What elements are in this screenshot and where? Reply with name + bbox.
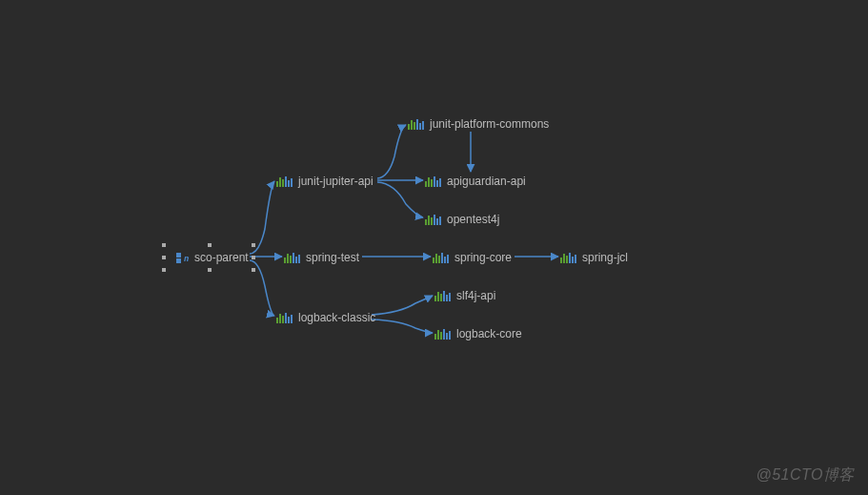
library-icon <box>284 252 300 263</box>
library-icon <box>434 328 451 340</box>
node-junit-jupiter-api[interactable]: junit-jupiter-api <box>276 175 373 188</box>
node-apiguardian-api[interactable]: apiguardian-api <box>425 175 526 188</box>
node-sco-parent[interactable]: m sco-parent <box>175 251 249 264</box>
svg-rect-0 <box>176 253 181 258</box>
node-label: logback-core <box>456 327 522 340</box>
library-icon <box>276 175 293 187</box>
node-logback-classic[interactable]: logback-classic <box>276 311 375 324</box>
node-spring-test[interactable]: spring-test <box>284 251 359 264</box>
node-logback-core[interactable]: logback-core <box>434 327 522 340</box>
library-icon <box>560 252 576 263</box>
library-icon <box>425 175 441 187</box>
library-icon <box>433 252 449 263</box>
svg-rect-1 <box>176 258 181 263</box>
library-icon <box>276 312 293 323</box>
node-slf4j-api[interactable]: slf4j-api <box>434 289 495 302</box>
node-label: junit-jupiter-api <box>298 175 373 188</box>
node-label: slf4j-api <box>456 289 495 302</box>
node-label: spring-jcl <box>582 251 628 264</box>
library-icon <box>425 214 441 225</box>
node-label: spring-test <box>306 251 359 264</box>
dependency-edges <box>0 0 868 495</box>
node-label: apiguardian-api <box>447 175 526 188</box>
node-opentest4j[interactable]: opentest4j <box>425 213 499 226</box>
svg-text:m: m <box>184 254 189 263</box>
node-spring-jcl[interactable]: spring-jcl <box>560 251 628 264</box>
node-spring-core[interactable]: spring-core <box>433 251 512 264</box>
library-icon <box>408 118 424 130</box>
node-label: opentest4j <box>447 213 499 226</box>
module-icon: m <box>175 251 189 264</box>
node-junit-platform-commons[interactable]: junit-platform-commons <box>408 117 549 131</box>
node-label: junit-platform-commons <box>430 117 549 131</box>
node-label: logback-classic <box>298 311 375 324</box>
library-icon <box>434 290 451 301</box>
node-label: spring-core <box>454 251 512 264</box>
node-label: sco-parent <box>194 251 249 264</box>
watermark: @51CTO博客 <box>756 465 855 485</box>
